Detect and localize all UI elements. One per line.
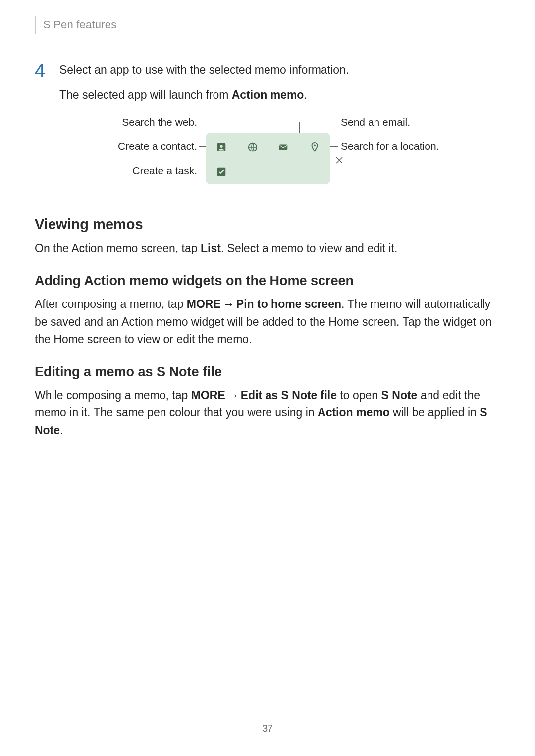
more-label: MORE bbox=[187, 298, 221, 310]
callout-send-email: Send an email. bbox=[341, 116, 410, 128]
text: On the Action memo screen, tap bbox=[35, 242, 201, 254]
leader-line bbox=[199, 122, 236, 122]
svg-point-4 bbox=[314, 145, 316, 147]
action-memo-panel bbox=[206, 133, 330, 184]
arrow-icon: → bbox=[225, 387, 241, 404]
para-editing: While composing a memo, tap MORE→Edit as… bbox=[35, 387, 500, 440]
close-icon bbox=[332, 153, 347, 168]
step-line-2: The selected app will launch from Action… bbox=[59, 86, 500, 104]
page-number: 37 bbox=[0, 723, 535, 734]
contact-icon bbox=[214, 140, 228, 154]
text: . Select a memo to view and edit it. bbox=[221, 242, 398, 254]
page: S Pen features 4 Select an app to use wi… bbox=[0, 0, 535, 756]
para-viewing: On the Action memo screen, tap List. Sel… bbox=[35, 240, 500, 257]
leader-line bbox=[299, 122, 338, 122]
email-icon bbox=[276, 140, 290, 154]
empty-slot bbox=[276, 165, 290, 179]
pin-icon bbox=[308, 140, 321, 154]
text: The selected app will launch from bbox=[59, 88, 232, 101]
callout-search-location: Search for a location. bbox=[341, 140, 439, 152]
panel-row-2 bbox=[206, 165, 330, 179]
list-label: List bbox=[201, 242, 221, 254]
checkbox-icon bbox=[214, 165, 228, 179]
empty-slot bbox=[308, 165, 321, 179]
text: will be applied in bbox=[390, 406, 480, 419]
more-label: MORE bbox=[191, 389, 225, 402]
step-body: Select an app to use with the selected m… bbox=[59, 61, 500, 103]
step-line-1: Select an app to use with the selected m… bbox=[59, 61, 500, 79]
heading-adding-widgets: Adding Action memo widgets on the Home s… bbox=[35, 273, 500, 289]
heading-viewing-memos: Viewing memos bbox=[35, 216, 500, 233]
text: After composing a memo, tap bbox=[35, 298, 187, 310]
callout-create-contact: Create a contact. bbox=[74, 140, 197, 152]
svg-point-1 bbox=[220, 145, 223, 148]
empty-slot bbox=[246, 165, 260, 179]
snote-label: S Note bbox=[381, 389, 418, 402]
text: . bbox=[304, 88, 307, 101]
action-memo-label: Action memo bbox=[318, 406, 390, 419]
pin-to-home-label: Pin to home screen bbox=[236, 298, 341, 310]
svg-rect-3 bbox=[279, 145, 288, 150]
text: to open bbox=[337, 389, 381, 402]
heading-editing-snote: Editing a memo as S Note file bbox=[35, 364, 500, 380]
edit-as-snote-label: Edit as S Note file bbox=[241, 389, 337, 402]
callout-create-task: Create a task. bbox=[74, 165, 197, 177]
text: . bbox=[60, 424, 63, 437]
callout-search-web: Search the web. bbox=[74, 116, 197, 128]
arrow-icon: → bbox=[221, 296, 236, 313]
action-memo-label: Action memo bbox=[232, 88, 304, 101]
panel-row-1 bbox=[206, 140, 330, 154]
page-header: S Pen features bbox=[35, 16, 500, 34]
text: While composing a memo, tap bbox=[35, 389, 191, 402]
para-adding: After composing a memo, tap MORE→Pin to … bbox=[35, 296, 500, 349]
header-title: S Pen features bbox=[43, 18, 116, 31]
globe-icon bbox=[246, 140, 260, 154]
step-number: 4 bbox=[35, 61, 51, 80]
header-accent-bar bbox=[35, 16, 36, 34]
action-memo-diagram: Search the web. Create a contact. Create… bbox=[74, 117, 461, 197]
step-4: 4 Select an app to use with the selected… bbox=[35, 61, 500, 103]
